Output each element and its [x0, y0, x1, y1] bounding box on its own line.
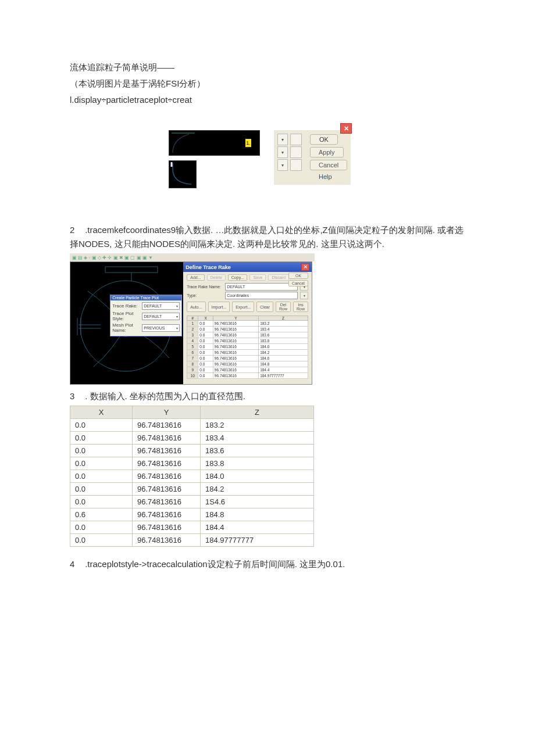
cell-z[interactable]: 184.0: [259, 344, 308, 350]
table-row: 50.096.74813616184.0: [187, 344, 308, 350]
cell-x[interactable]: 0.0: [198, 338, 213, 344]
clear-button[interactable]: Clear: [256, 302, 273, 312]
cell-y[interactable]: 96.74813616: [213, 350, 258, 356]
dropdown-arrow-icon[interactable]: ▾: [300, 292, 308, 299]
type-select[interactable]: Coordinates: [225, 292, 298, 299]
copy-button[interactable]: Copy...: [228, 274, 248, 281]
discard-button[interactable]: Discard: [268, 274, 289, 281]
cell-y[interactable]: 96.74813616: [213, 361, 258, 367]
cell-x[interactable]: 0.0: [198, 332, 213, 338]
cell-x[interactable]: 0.0: [198, 321, 213, 327]
section-4-body: .traceplotstyle->tracecalculation设定粒子前后时…: [85, 559, 345, 569]
marker-icon: 1.: [245, 139, 251, 147]
cell-z[interactable]: 184.8: [259, 361, 308, 367]
cell-x[interactable]: 0.0: [198, 344, 213, 350]
cell-x: 0.0: [70, 445, 133, 457]
svg-rect-4: [105, 267, 158, 273]
ok-button[interactable]: OK: [310, 134, 338, 145]
dlg-ok-button[interactable]: OK: [288, 273, 308, 279]
cell-y[interactable]: 96.74813616: [213, 338, 258, 344]
cell-z: 184.2: [201, 483, 314, 496]
cell-z[interactable]: 184.2: [259, 350, 308, 356]
section-2-text: 2 .tracemkefcoordinates9输入数据. …此数据就是入口处的…: [70, 223, 465, 251]
cell-z: 183.4: [201, 432, 314, 445]
cell-y[interactable]: 96.74813616: [213, 367, 258, 373]
type-label: Type:: [187, 293, 223, 298]
table-row: 0.096.748136161S4.6: [70, 496, 314, 508]
mesh-plot-select[interactable]: PREVIOUS: [142, 324, 180, 332]
figure-1-preview: 1.: [140, 130, 260, 188]
cell-x[interactable]: 0.0: [198, 361, 213, 367]
preview-box-top: 1.: [169, 130, 260, 156]
export-button[interactable]: Export...: [232, 302, 254, 312]
section-2-number: 2: [70, 223, 83, 237]
cell-x[interactable]: 0.0: [198, 327, 213, 332]
table-row: 0.096.74813616184.97777777: [70, 534, 314, 547]
delrow-button[interactable]: Del Row: [276, 302, 291, 312]
cell-z[interactable]: 184.97777777: [259, 373, 308, 379]
cell-id: 1: [187, 321, 198, 327]
dlg-cancel-button[interactable]: Cancel: [288, 280, 308, 286]
insrow-button[interactable]: Ins Row: [293, 302, 308, 312]
cell-id: 4: [187, 338, 198, 344]
apply-button[interactable]: Apply: [310, 147, 344, 157]
cell-y[interactable]: 96.74813616: [213, 327, 258, 332]
mini-th-x: X: [198, 316, 213, 321]
save-button[interactable]: Save: [249, 274, 266, 281]
cell-z[interactable]: 183.2: [259, 321, 308, 327]
table-row: 90.096.74813616184.4: [187, 367, 308, 373]
import-button[interactable]: Import...: [208, 302, 230, 312]
cell-z: 183.8: [201, 457, 314, 470]
help-link[interactable]: Help: [303, 172, 347, 181]
cell-y[interactable]: 96.74813616: [213, 373, 258, 379]
cell-z[interactable]: 183.6: [259, 332, 308, 338]
section-4-text: 4 .traceplotstyle->tracecalculation设定粒子前…: [70, 557, 465, 571]
cell-y: 96.74813616: [133, 521, 201, 534]
panel-row-trace-rake: Trace Rake: DEFAULT: [112, 302, 180, 310]
cell-y[interactable]: 96.74813616: [213, 332, 258, 338]
table-row: 0.096.74813616184.4: [70, 521, 314, 534]
cell-z[interactable]: 184.4: [259, 367, 308, 373]
swatch-icon[interactable]: [290, 146, 302, 158]
cell-z: 184.0: [201, 470, 314, 483]
cell-x: 0.0: [70, 496, 133, 508]
swatch-icon[interactable]: [290, 159, 302, 171]
figure-1: 1. ✕ ▾ OK ▾ Apply: [140, 130, 465, 188]
cell-z[interactable]: 183.8: [259, 338, 308, 344]
cell-x[interactable]: 0.0: [198, 367, 213, 373]
intro-line-1: 流体追踪粒子简单说明——: [70, 60, 465, 74]
cell-x: 0.0: [70, 470, 133, 483]
cell-y[interactable]: 96.74813616: [213, 356, 258, 361]
cell-x[interactable]: 0.0: [198, 356, 213, 361]
cell-x: 0.0: [70, 483, 133, 496]
rake-name-input[interactable]: DEFAULT: [225, 283, 298, 291]
cell-x[interactable]: 0.0: [198, 350, 213, 356]
cell-z[interactable]: 184.6: [259, 356, 308, 361]
cell-y[interactable]: 96.74813616: [213, 321, 258, 327]
auto-button[interactable]: Auto...: [187, 302, 205, 312]
delete-button[interactable]: Delete: [207, 274, 226, 281]
section-3-body: . 数据输入. 坐标的范围为入口的直径范围.: [85, 391, 245, 401]
cancel-button[interactable]: Cancel: [310, 160, 347, 170]
figure-2: ▣ ▤ ◈ ▫ ▣ ◇ ✚ ✢ ▣ ✖ ▣ ▢ ▣ ▣ ▼: [70, 261, 312, 385]
add-button[interactable]: Add...: [187, 274, 204, 281]
dropdown-arrow-icon[interactable]: ▾: [277, 146, 288, 158]
cell-z[interactable]: 183.4: [259, 327, 308, 332]
cell-x: 0.0: [70, 419, 133, 432]
cell-id: 10: [187, 373, 198, 379]
dropdown-arrow-icon[interactable]: ▾: [277, 159, 288, 171]
cell-z: 184.97777777: [201, 534, 314, 547]
cell-x[interactable]: 0.0: [198, 373, 213, 379]
intro-line-3: l.display÷particletraceplot÷creat: [70, 93, 465, 107]
big-th-x: X: [70, 406, 133, 419]
cell-y: 96.74813616: [133, 534, 201, 547]
trace-rake-select[interactable]: DEFAULT: [142, 302, 180, 310]
cell-y[interactable]: 96.74813616: [213, 344, 258, 350]
trace-style-select[interactable]: DEFAULT: [142, 313, 180, 320]
cell-y: 96.74813616: [133, 457, 201, 470]
close-icon[interactable]: ✕: [301, 263, 309, 271]
swatch-icon[interactable]: [290, 134, 302, 145]
cell-x: 0.6: [70, 508, 133, 521]
close-icon[interactable]: ✕: [340, 123, 352, 134]
dropdown-arrow-icon[interactable]: ▾: [277, 134, 288, 145]
